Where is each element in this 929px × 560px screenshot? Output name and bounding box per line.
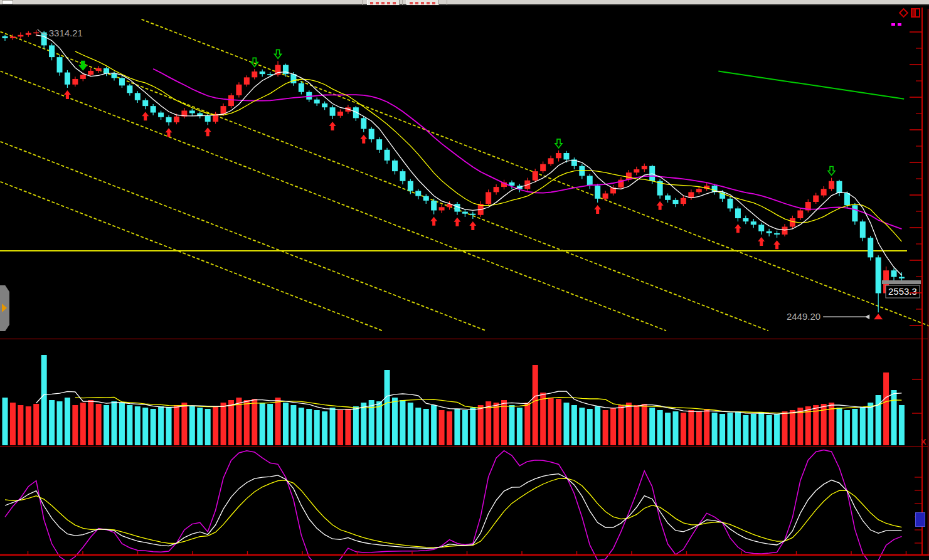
trendline-annotations [0, 19, 929, 331]
yellow-channel-line [1, 182, 383, 331]
last-price-handle [882, 280, 921, 284]
candlestick-layer [3, 30, 905, 312]
buy-signal-arrow [454, 218, 460, 226]
sell-signal-arrow [275, 50, 282, 58]
pane-frame [0, 8, 929, 555]
buy-signal-arrow [142, 112, 149, 120]
buy-signal-arrow [657, 201, 664, 210]
last-price-label: 2553.3 [888, 286, 917, 297]
buy-signal-arrow [430, 217, 437, 226]
ma250-line [718, 71, 904, 98]
sell-signal-arrow [828, 167, 835, 176]
main-chart-header [1, 7, 18, 18]
buy-signal-arrow [329, 122, 336, 130]
split-window-icon[interactable] [911, 8, 920, 18]
buy-signal-arrow [204, 127, 211, 136]
split-window-left-pane [912, 9, 916, 16]
volume-pane-header [1, 341, 7, 351]
price-ma-lines [36, 35, 902, 275]
chart-canvas[interactable]: 3314.212449.202553.3 [0, 0, 929, 560]
magenta-marker-dot [891, 23, 895, 26]
magenta-marker-dot [898, 23, 901, 26]
high-price-label: 3314.21 [49, 28, 83, 38]
kdj-close-icon[interactable]: X [918, 438, 928, 446]
sell-signal-arrow [251, 58, 258, 66]
yellow-channel-line [1, 142, 486, 331]
kdj-d-line [5, 478, 901, 547]
buy-signal-arrow [773, 240, 780, 249]
kdj-lines [5, 450, 901, 560]
sidebar-flyout-handle[interactable] [0, 285, 9, 331]
buy-signal-arrow [735, 224, 741, 233]
pane-count-badge [915, 512, 925, 527]
buy-signal-arrow [594, 205, 601, 214]
trading-app-screen: 3314.212449.202553.3 X [0, 0, 929, 560]
flyout-arrow-icon [2, 304, 7, 312]
kdj-pane-header [1, 448, 7, 458]
sell-signal-arrow [555, 139, 562, 148]
buy-signal-arrow [360, 135, 367, 144]
lowest-point-marker [874, 314, 883, 319]
low-price-label: 2449.20 [787, 311, 820, 322]
volume-bars [3, 355, 905, 445]
buy-signal-arrow [64, 90, 71, 99]
price-annotations: 3314.212449.202553.3 [38, 28, 921, 322]
buy-signal-arrow [758, 237, 765, 246]
buy-signal-arrow [469, 221, 476, 230]
